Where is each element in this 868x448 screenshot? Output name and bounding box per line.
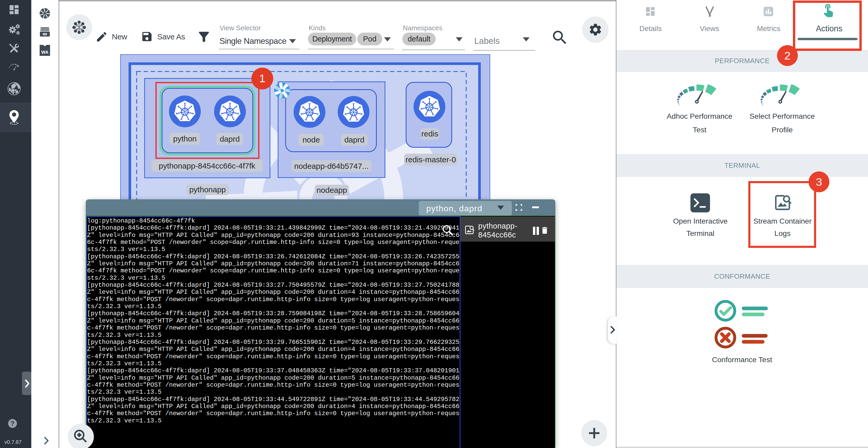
svg-text:WA: WA [41,50,48,55]
